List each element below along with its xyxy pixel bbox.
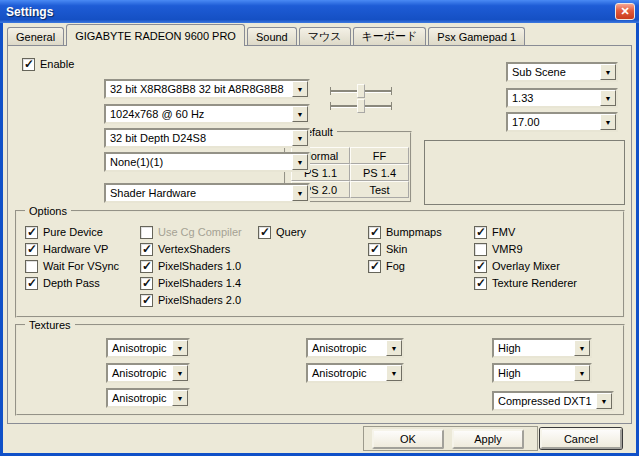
tab-strip: General GIGABYTE RADEON 9600 PRO Sound マ…	[7, 24, 527, 46]
checkbox-fog[interactable]: Fog	[368, 259, 405, 273]
tab-psx-gamepad-1[interactable]: Psx Gamepad 1	[428, 27, 525, 45]
gamma-slider-1[interactable]	[330, 84, 392, 98]
chevron-down-icon[interactable]	[600, 64, 616, 80]
checkbox-pixelshaders-10[interactable]: PixelShaders 1.0	[140, 259, 241, 273]
multimon-output-select[interactable]: Sub Scene	[506, 62, 618, 82]
checkbox-pure-device[interactable]: Pure Device	[25, 225, 103, 239]
checkbox-box	[140, 226, 153, 239]
checkbox-label: PixelShaders 1.0	[158, 260, 241, 272]
checkbox-texture-renderer[interactable]: Texture Renderer	[474, 276, 577, 290]
chevron-down-icon[interactable]	[172, 340, 188, 356]
filter-objects-value: Anisotropic	[108, 365, 172, 381]
chevron-down-icon[interactable]	[596, 393, 612, 409]
slider-thumb[interactable]	[357, 84, 365, 98]
screen-res-value: 1024x768 @ 60 Hz	[106, 106, 292, 122]
checkbox-box	[25, 226, 38, 239]
filter-actors-value: Anisotropic	[308, 340, 386, 356]
screen-res-select[interactable]: 1024x768 @ 60 Hz	[104, 104, 310, 124]
checkbox-query[interactable]: Query	[258, 225, 306, 239]
checkbox-label: Texture Renderer	[492, 277, 577, 289]
checkbox-label: Use Cg Compiler	[158, 226, 242, 238]
quality-room-select[interactable]: High	[492, 338, 592, 358]
checkbox-label: FMV	[492, 226, 515, 238]
monitor-aspect-value: 1.33	[508, 90, 600, 106]
chevron-down-icon[interactable]	[172, 365, 188, 381]
checkbox-fmv[interactable]: FMV	[474, 225, 515, 239]
titlebar[interactable]: Settings	[0, 0, 639, 23]
monitor-aspect-select[interactable]: 1.33	[506, 88, 618, 108]
enable-label: Enable	[40, 58, 74, 70]
checkbox-vmr9[interactable]: VMR9	[474, 242, 523, 256]
checkbox-depth-pass[interactable]: Depth Pass	[25, 276, 100, 290]
checkbox-hardware-vp[interactable]: Hardware VP	[25, 242, 108, 256]
checkbox-label: Query	[276, 226, 306, 238]
filter-room-select[interactable]: Anisotropic	[106, 338, 190, 358]
checkbox-box	[474, 243, 487, 256]
default-ps14-button[interactable]: PS 1.4	[350, 164, 409, 181]
render-type-select[interactable]: Shader Hardware	[104, 183, 310, 203]
chevron-down-icon[interactable]	[574, 365, 590, 381]
checkbox-box	[140, 260, 153, 273]
screen-format-value: 32 bit X8R8G8B8 32 bit A8R8G8B8	[106, 81, 292, 97]
checkbox-label: Pure Device	[43, 226, 103, 238]
checkbox-label: Hardware VP	[43, 243, 108, 255]
checkbox-bumpmaps[interactable]: Bumpmaps	[368, 225, 442, 239]
chevron-down-icon[interactable]	[292, 185, 308, 201]
monitor-size-select[interactable]: 17.00	[506, 112, 618, 132]
screen-format-select[interactable]: 32 bit X8R8G8B8 32 bit A8R8G8B8	[104, 79, 310, 99]
checkbox-pixelshaders-20[interactable]: PixelShaders 2.0	[140, 293, 241, 307]
checkbox-box	[258, 226, 271, 239]
filter-objects-select[interactable]: Anisotropic	[106, 363, 190, 383]
cancel-button[interactable]: Cancel	[540, 428, 622, 449]
quality-actors-value: High	[494, 365, 574, 381]
slider-tick	[391, 102, 392, 110]
tab-keyboard[interactable]: キーボード	[353, 27, 427, 45]
checkbox-wait-for-vsync[interactable]: Wait For VSync	[25, 259, 119, 273]
render-type-value: Shader Hardware	[106, 185, 292, 201]
slider-thumb[interactable]	[357, 99, 365, 113]
slider-tick	[391, 87, 392, 95]
chevron-down-icon[interactable]	[574, 340, 590, 356]
monitor-size-value: 17.00	[508, 114, 600, 130]
checkbox-label: VertexShaders	[158, 243, 230, 255]
checkbox-box	[368, 260, 381, 273]
quality-actors-select[interactable]: High	[492, 363, 592, 383]
filter-actors-select[interactable]: Anisotropic	[306, 338, 404, 358]
chevron-down-icon[interactable]	[600, 114, 616, 130]
checkbox-pixelshaders-14[interactable]: PixelShaders 1.4	[140, 276, 241, 290]
checkbox-overlay-mixer[interactable]: Overlay Mixer	[474, 259, 560, 273]
checkbox-box	[25, 243, 38, 256]
textures-group-title: Textures	[25, 318, 75, 332]
chevron-down-icon[interactable]	[386, 365, 402, 381]
chevron-down-icon[interactable]	[600, 90, 616, 106]
tab-gigabyte-radeon-9600-pro[interactable]: GIGABYTE RADEON 9600 PRO	[66, 24, 245, 46]
default-test-button[interactable]: Test	[350, 181, 409, 198]
chevron-down-icon[interactable]	[292, 154, 308, 170]
checkbox-use-cg-compiler[interactable]: Use Cg Compiler	[140, 225, 242, 239]
filter-env-value: Anisotropic	[108, 390, 172, 406]
multi-sampling-select[interactable]: None(1)(1)	[104, 152, 310, 172]
colour-depth-select[interactable]: 32 bit Depth D24S8	[104, 128, 310, 148]
chevron-down-icon[interactable]	[386, 340, 402, 356]
filter-env-select[interactable]: Anisotropic	[106, 388, 190, 408]
checkbox-skin[interactable]: Skin	[368, 242, 407, 256]
tab-mouse[interactable]: マウス	[299, 27, 351, 45]
tab-general[interactable]: General	[7, 27, 64, 45]
filter-bump-select[interactable]: Anisotropic	[306, 363, 404, 383]
checkbox-box	[474, 277, 487, 290]
enable-checkbox[interactable]: Enable	[22, 57, 74, 71]
tab-sound[interactable]: Sound	[247, 27, 297, 45]
close-button[interactable]	[615, 3, 635, 20]
chevron-down-icon[interactable]	[292, 81, 308, 97]
checkbox-label: PixelShaders 1.4	[158, 277, 241, 289]
default-ff-button[interactable]: FF	[350, 147, 409, 164]
slider-tick	[330, 87, 331, 95]
checkbox-box	[140, 294, 153, 307]
chevron-down-icon[interactable]	[292, 106, 308, 122]
checkbox-vertexshaders[interactable]: VertexShaders	[140, 242, 230, 256]
chevron-down-icon[interactable]	[292, 130, 308, 146]
format-rgb-select[interactable]: Compressed DXT1	[492, 391, 614, 411]
checkbox-box	[25, 277, 38, 290]
chevron-down-icon[interactable]	[172, 390, 188, 406]
gamma-slider-2[interactable]	[330, 99, 392, 113]
